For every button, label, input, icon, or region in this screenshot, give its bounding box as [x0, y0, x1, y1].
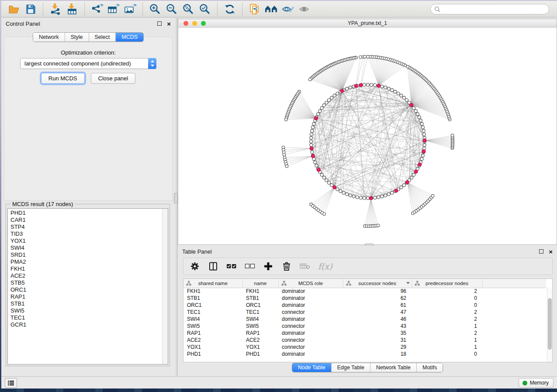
mcds-result-item[interactable]: GCR1 — [10, 321, 161, 328]
first-neighbors-icon[interactable] — [264, 3, 278, 16]
mcds-result-item[interactable]: SRD1 — [10, 251, 161, 258]
clone-network-icon[interactable] — [248, 3, 262, 16]
column-header-successor-nodes[interactable]: successor nodes — [343, 279, 412, 288]
export-image-icon[interactable] — [123, 3, 137, 16]
delete-table-icon[interactable] — [300, 261, 310, 272]
mcds-result-item[interactable]: ORC1 — [10, 286, 161, 293]
cell-pred[interactable]: 0 — [412, 302, 482, 309]
cell-pred[interactable]: 2 — [412, 288, 482, 295]
table-scrollbar[interactable] — [547, 288, 552, 362]
cell-succ[interactable]: 31 — [343, 337, 412, 344]
table-row[interactable]: SWI4SWI4dominator462 — [183, 316, 546, 323]
cell-succ[interactable]: 35 — [343, 330, 412, 337]
tab-edge-table[interactable]: Edge Table — [332, 363, 370, 372]
tab-style[interactable]: Style — [65, 33, 89, 41]
cell-succ[interactable]: 29 — [343, 344, 412, 351]
criterion-select[interactable]: largest connected component (undirected) — [20, 58, 156, 69]
select-all-icon[interactable] — [226, 261, 237, 272]
mcds-result-item[interactable]: PHD1 — [10, 210, 161, 217]
mcds-result-item[interactable]: RAP1 — [10, 293, 161, 300]
cell-succ[interactable]: 43 — [343, 323, 412, 330]
search-box[interactable] — [430, 4, 549, 14]
cell-shared[interactable]: ACE2 — [183, 337, 242, 344]
cell-role[interactable]: dominator — [278, 316, 343, 323]
tab-node-table[interactable]: Node Table — [292, 363, 332, 372]
add-column-icon[interactable] — [263, 261, 273, 272]
table-scrollbar-thumb[interactable] — [548, 298, 552, 350]
cell-pred[interactable]: 1 — [412, 323, 482, 330]
panel-divider-grip[interactable] — [174, 193, 178, 203]
status-menu-button[interactable] — [5, 378, 17, 388]
zoom-selected-icon[interactable] — [198, 3, 212, 16]
mcds-result-item[interactable]: STB5 — [10, 279, 161, 286]
delete-column-icon[interactable] — [281, 261, 292, 272]
cell-shared[interactable]: SWI5 — [183, 323, 242, 330]
settings-gear-icon[interactable] — [190, 261, 200, 272]
export-network-icon[interactable] — [90, 3, 104, 16]
table-row[interactable]: ORC1ORC1dominator610 — [183, 302, 546, 309]
cell-role[interactable]: dominator — [278, 330, 343, 337]
cell-role[interactable]: connector — [278, 323, 343, 330]
zoom-fit-icon[interactable] — [181, 3, 195, 16]
cell-shared[interactable]: YOX1 — [183, 344, 242, 351]
cell-shared[interactable]: RAP1 — [183, 330, 242, 337]
cell-shared[interactable]: TEC1 — [183, 309, 242, 316]
table-row[interactable]: RAP1RAP1dominator352 — [183, 330, 546, 337]
mcds-result-item[interactable]: ACE2 — [10, 272, 161, 279]
cell-name[interactable]: ACE2 — [242, 337, 278, 344]
mcds-result-item[interactable]: TEC1 — [10, 314, 161, 321]
cell-shared[interactable]: STB1 — [183, 295, 242, 302]
cell-succ[interactable]: 62 — [343, 295, 412, 302]
table-row[interactable]: YOX1YOX1connector291 — [183, 344, 546, 351]
node-table[interactable]: shared namenameMCDS rolesuccessor nodesp… — [183, 279, 553, 362]
cell-role[interactable]: dominator — [278, 288, 343, 295]
memory-button[interactable]: Memory — [519, 378, 554, 388]
cell-role[interactable]: dominator — [278, 295, 343, 302]
function-builder-icon[interactable]: f(x) — [318, 261, 332, 272]
mcds-result-item[interactable]: FKH1 — [10, 265, 161, 272]
cell-shared[interactable]: PHD1 — [183, 351, 242, 358]
tab-network-table[interactable]: Network Table — [370, 363, 417, 372]
show-all-icon[interactable] — [298, 3, 311, 16]
tab-mcds[interactable]: MCDS — [116, 33, 143, 41]
mcds-result-list[interactable]: PHD1CAR1STP4TID3YOX1SWI4SRD1PMA2FKH1ACE2… — [7, 208, 168, 364]
table-row[interactable]: SWI5SWI5connector431 — [183, 323, 546, 330]
cell-shared[interactable]: FKH1 — [183, 288, 242, 295]
zoom-out-icon[interactable] — [165, 3, 179, 16]
cell-succ[interactable]: 18 — [343, 351, 412, 358]
cell-role[interactable]: dominator — [278, 302, 343, 309]
mcds-result-item[interactable]: SWI4 — [10, 244, 161, 251]
cell-pred[interactable]: 2 — [412, 330, 482, 337]
cell-pred[interactable]: 0 — [412, 295, 482, 302]
cell-name[interactable]: PHD1 — [242, 351, 278, 358]
tab-network[interactable]: Network — [33, 33, 65, 41]
cell-name[interactable]: ORC1 — [242, 302, 278, 309]
mcds-result-item[interactable]: STB1 — [10, 300, 161, 307]
cell-role[interactable]: connector — [278, 344, 343, 351]
close-panel-button[interactable]: Close panel — [91, 73, 136, 84]
table-row[interactable]: TEC1TEC1connector472 — [183, 309, 546, 316]
close-table-panel-icon[interactable]: × — [549, 248, 553, 255]
mcds-result-item[interactable]: PMA2 — [10, 258, 161, 265]
cell-pred[interactable]: 2 — [412, 316, 482, 323]
column-header-shared-name[interactable]: shared name — [183, 279, 242, 288]
mcds-result-item[interactable]: TID3 — [10, 230, 161, 237]
cell-name[interactable]: RAP1 — [242, 330, 278, 337]
mcds-result-item[interactable]: STP4 — [10, 224, 161, 230]
table-row[interactable]: PHD1PHD1dominator180 — [183, 351, 546, 358]
table-row[interactable]: ACE2ACE2connector311 — [183, 337, 546, 344]
cell-role[interactable]: connector — [278, 337, 343, 344]
tab-motifs[interactable]: Motifs — [417, 363, 443, 372]
cell-role[interactable]: connector — [278, 309, 343, 316]
cell-name[interactable]: STB1 — [242, 295, 278, 302]
mcds-result-item[interactable]: CAR1 — [10, 217, 161, 224]
apply-layout-icon[interactable] — [223, 3, 237, 16]
float-panel-icon[interactable] — [157, 21, 162, 26]
cell-shared[interactable]: SWI4 — [183, 316, 242, 323]
show-column-icon[interactable] — [208, 261, 218, 272]
cell-name[interactable]: YOX1 — [242, 344, 278, 351]
import-table-icon[interactable] — [65, 3, 79, 16]
cell-pred[interactable]: 1 — [412, 337, 482, 344]
save-session-icon[interactable] — [24, 3, 38, 16]
zoom-in-icon[interactable] — [148, 3, 162, 16]
